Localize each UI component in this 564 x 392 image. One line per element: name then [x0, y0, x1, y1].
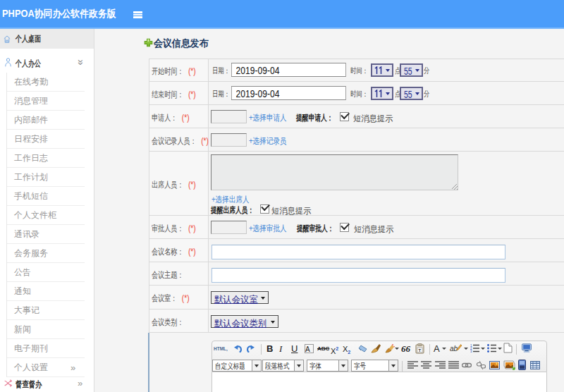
svg-text:T: T — [419, 348, 422, 353]
svg-text:3: 3 — [470, 350, 472, 353]
